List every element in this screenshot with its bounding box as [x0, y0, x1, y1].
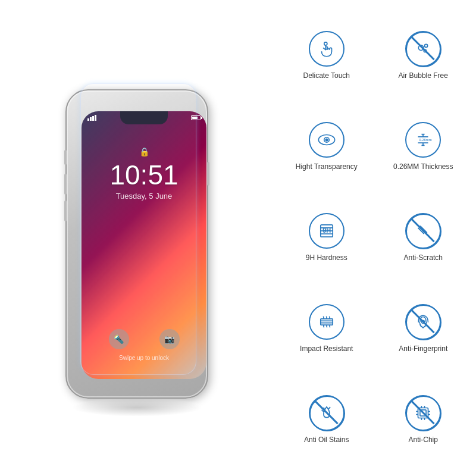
mute-button	[64, 150, 67, 165]
svg-marker-34	[328, 316, 330, 317]
svg-marker-36	[327, 327, 328, 328]
anti-scratch-icon	[405, 213, 441, 249]
svg-line-21	[419, 226, 425, 233]
svg-point-3	[424, 49, 427, 52]
fingerprint-icon	[405, 304, 441, 340]
feature-air-bubble-free: Air Bubble Free	[377, 12, 471, 100]
anti-scratch-label: Anti-Scratch	[404, 253, 443, 263]
svg-point-38	[422, 321, 425, 324]
volume-down-button	[64, 201, 67, 221]
thickness-icon: 0.26mm	[405, 122, 441, 158]
delicate-touch-icon	[309, 31, 345, 67]
svg-marker-32	[322, 316, 324, 317]
svg-rect-39	[418, 408, 428, 418]
svg-marker-37	[330, 327, 331, 328]
svg-text:0.26mm: 0.26mm	[419, 138, 432, 142]
feature-thickness: 0.26mm 0.26MM Thickness	[377, 103, 471, 191]
svg-text:9H: 9H	[322, 227, 331, 234]
anti-oil-label: Anti Oil Stains	[304, 436, 349, 445]
svg-point-2	[425, 45, 428, 48]
svg-line-20	[420, 226, 426, 232]
svg-point-0	[324, 42, 327, 45]
feature-anti-oil: Anti Oil Stains	[280, 376, 374, 464]
phone-display: 📶 🔒 10:51 Tuesday, 5 June 🔦 📷 Swipe up t…	[0, 0, 274, 476]
volume-up-button	[64, 174, 67, 195]
anti-fingerprint-label: Anti-Fingerprint	[399, 345, 447, 354]
svg-line-22	[421, 227, 427, 233]
svg-marker-35	[324, 327, 325, 328]
feature-anti-fingerprint: Anti-Fingerprint	[377, 285, 471, 373]
oil-stains-icon	[309, 395, 345, 431]
feature-anti-scratch: Anti-Scratch	[377, 194, 471, 282]
svg-line-19	[418, 228, 424, 234]
feature-impact-resistant: Impact Resistant	[280, 285, 374, 373]
delicate-touch-label: Delicate Touch	[303, 71, 350, 81]
impact-icon	[309, 304, 345, 340]
svg-point-6	[325, 139, 327, 141]
impact-resistant-label: Impact Resistant	[300, 345, 353, 354]
svg-point-1	[419, 45, 424, 51]
phone-mockup: 📶 🔒 10:51 Tuesday, 5 June 🔦 📷 Swipe up t…	[60, 83, 214, 405]
svg-rect-40	[420, 410, 426, 416]
feature-transparency: Hight Transparency	[280, 103, 374, 191]
screen-protector	[80, 83, 196, 375]
svg-marker-33	[325, 316, 327, 317]
svg-rect-23	[321, 319, 333, 325]
anti-chip-label: Anti-Chip	[409, 436, 438, 445]
feature-delicate-touch: Delicate Touch	[280, 12, 374, 100]
features-panel: Delicate Touch Air Bubble Free Hight Tra…	[274, 0, 476, 476]
transparency-icon	[309, 122, 345, 158]
hardness-label: 9H Hardness	[306, 253, 347, 263]
feature-9h-hardness: 9H 9H Hardness	[280, 194, 374, 282]
transparency-label: Hight Transparency	[296, 162, 358, 172]
air-bubble-free-label: Air Bubble Free	[399, 71, 448, 81]
feature-anti-chip: Anti-Chip	[377, 376, 471, 464]
power-button	[207, 162, 209, 186]
thickness-label: 0.26MM Thickness	[393, 162, 453, 172]
air-bubble-icon	[405, 31, 441, 67]
hardness-icon: 9H	[309, 213, 345, 249]
phone-shadow	[71, 399, 202, 416]
chip-icon	[405, 395, 441, 431]
